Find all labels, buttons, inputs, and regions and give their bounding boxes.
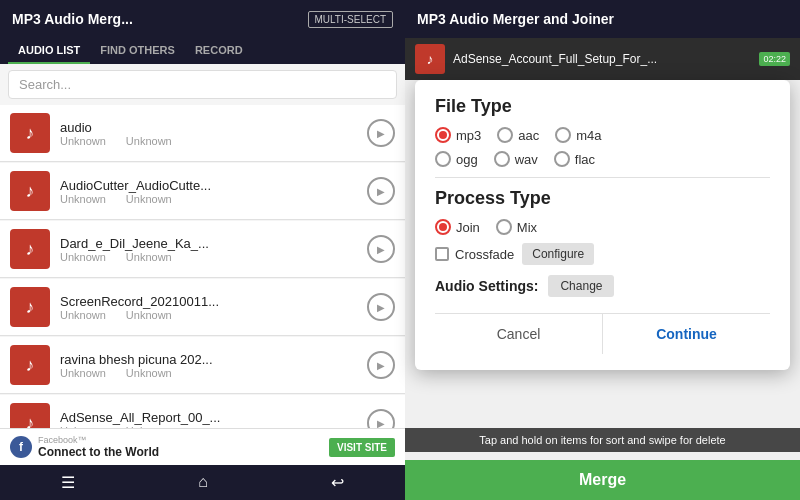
radio-label-wav: wav xyxy=(515,152,538,167)
audio-icon: ♪ xyxy=(10,287,50,327)
crossfade-checkbox[interactable]: Crossfade xyxy=(435,247,514,262)
radio-m4a[interactable]: m4a xyxy=(555,127,601,143)
radio-mp3[interactable]: mp3 xyxy=(435,127,481,143)
now-playing-icon: ♪ xyxy=(415,44,445,74)
radio-flac[interactable]: flac xyxy=(554,151,595,167)
file-type-dialog: File Type mp3 aac m4a ogg wav xyxy=(415,80,790,370)
file-type-title: File Type xyxy=(435,96,770,117)
continue-button[interactable]: Continue xyxy=(603,314,770,354)
file-type-options: mp3 aac m4a xyxy=(435,127,770,143)
crossfade-label: Crossfade xyxy=(455,247,514,262)
bottom-hint: Tap and hold on items for sort and swipe… xyxy=(405,428,800,452)
back-icon[interactable]: ↩ xyxy=(331,473,344,492)
audio-icon: ♪ xyxy=(10,229,50,269)
audio-name: AudioCutter_AudioCutte... xyxy=(60,178,367,193)
play-button[interactable]: ▶ xyxy=(367,351,395,379)
left-nav-bar: ☰ ⌂ ↩ xyxy=(0,465,405,500)
audio-meta: Unknown Unknown xyxy=(60,251,367,263)
list-item[interactable]: ♪ audio Unknown Unknown ▶ xyxy=(0,105,405,162)
now-playing-title: AdSense_Account_Full_Setup_For_... xyxy=(453,52,751,66)
home-icon[interactable]: ⌂ xyxy=(198,473,208,492)
play-button[interactable]: ▶ xyxy=(367,177,395,205)
configure-button[interactable]: Configure xyxy=(522,243,594,265)
tab-audio-list[interactable]: AUDIO LIST xyxy=(8,38,90,64)
radio-circle-aac xyxy=(497,127,513,143)
search-input[interactable]: Search... xyxy=(8,70,397,99)
time-badge: 02:22 xyxy=(759,52,790,66)
play-button[interactable]: ▶ xyxy=(367,235,395,263)
menu-icon[interactable]: ☰ xyxy=(61,473,75,492)
radio-label-join: Join xyxy=(456,220,480,235)
radio-aac[interactable]: aac xyxy=(497,127,539,143)
right-panel: MP3 Audio Merger and Joiner ♪ AdSense_Ac… xyxy=(405,0,800,500)
music-note-icon: ♪ xyxy=(26,355,35,376)
list-item[interactable]: ♪ AdSense_All_Report_00_... Unknown Unkn… xyxy=(0,395,405,428)
tab-record[interactable]: RECORD xyxy=(185,38,253,64)
audio-info: AudioCutter_AudioCutte... Unknown Unknow… xyxy=(60,178,367,205)
merge-button[interactable]: Merge xyxy=(405,460,800,500)
play-button[interactable]: ▶ xyxy=(367,409,395,428)
radio-circle-m4a xyxy=(555,127,571,143)
radio-label-ogg: ogg xyxy=(456,152,478,167)
music-note-icon: ♪ xyxy=(26,297,35,318)
audio-name: ravina bhesh picuna 202... xyxy=(60,352,367,367)
dialog-actions: Cancel Continue xyxy=(435,313,770,354)
tab-find-others[interactable]: FIND OTHERS xyxy=(90,38,185,64)
list-item[interactable]: ♪ ScreenRecord_20210011... Unknown Unkno… xyxy=(0,279,405,336)
audio-meta: Unknown Unknown xyxy=(60,193,367,205)
radio-circle-mp3 xyxy=(435,127,451,143)
audio-info: audio Unknown Unknown xyxy=(60,120,367,147)
audio-meta: Unknown Unknown xyxy=(60,367,367,379)
audio-name: audio xyxy=(60,120,367,135)
divider xyxy=(435,177,770,178)
audio-list: ♪ audio Unknown Unknown ▶ ♪ AudioCutter_… xyxy=(0,105,405,428)
radio-label-mix: Mix xyxy=(517,220,537,235)
ad-banner: f Facebook™ Connect to the World VISIT S… xyxy=(0,428,405,465)
right-header: MP3 Audio Merger and Joiner xyxy=(405,0,800,38)
radio-mix[interactable]: Mix xyxy=(496,219,537,235)
audio-meta: Unknown Unknown xyxy=(60,135,367,147)
ad-source: Facebook™ xyxy=(38,435,159,445)
audio-settings-row: Audio Settings: Change xyxy=(435,275,770,297)
list-item[interactable]: ♪ Dard_e_Dil_Jeene_Ka_... Unknown Unknow… xyxy=(0,221,405,278)
radio-circle-mix xyxy=(496,219,512,235)
audio-name: ScreenRecord_20210011... xyxy=(60,294,367,309)
radio-circle-join xyxy=(435,219,451,235)
left-header: MP3 Audio Merg... MULTI-SELECT xyxy=(0,0,405,38)
multi-select-badge[interactable]: MULTI-SELECT xyxy=(308,11,394,28)
audio-info: Dard_e_Dil_Jeene_Ka_... Unknown Unknown xyxy=(60,236,367,263)
music-note-icon: ♪ xyxy=(26,181,35,202)
audio-icon: ♪ xyxy=(10,171,50,211)
cancel-button[interactable]: Cancel xyxy=(435,314,602,354)
music-note-icon: ♪ xyxy=(26,239,35,260)
audio-icon: ♪ xyxy=(10,113,50,153)
left-panel: MP3 Audio Merg... MULTI-SELECT AUDIO LIS… xyxy=(0,0,405,500)
process-type-title: Process Type xyxy=(435,188,770,209)
list-item[interactable]: ♪ AudioCutter_AudioCutte... Unknown Unkn… xyxy=(0,163,405,220)
audio-meta: Unknown Unknown xyxy=(60,309,367,321)
process-type-options: Join Mix xyxy=(435,219,770,235)
list-item[interactable]: ♪ ravina bhesh picuna 202... Unknown Unk… xyxy=(0,337,405,394)
radio-ogg[interactable]: ogg xyxy=(435,151,478,167)
radio-wav[interactable]: wav xyxy=(494,151,538,167)
change-button[interactable]: Change xyxy=(548,275,614,297)
play-button[interactable]: ▶ xyxy=(367,293,395,321)
audio-info: ScreenRecord_20210011... Unknown Unknown xyxy=(60,294,367,321)
music-note-icon: ♪ xyxy=(26,413,35,429)
radio-join[interactable]: Join xyxy=(435,219,480,235)
audio-name: AdSense_All_Report_00_... xyxy=(60,410,367,425)
audio-settings-label: Audio Settings: xyxy=(435,278,538,294)
ad-cta-text: Connect to the World xyxy=(38,445,159,459)
play-button[interactable]: ▶ xyxy=(367,119,395,147)
radio-label-flac: flac xyxy=(575,152,595,167)
visit-site-button[interactable]: VISIT SITE xyxy=(329,438,395,457)
radio-label-aac: aac xyxy=(518,128,539,143)
app-title-right: MP3 Audio Merger and Joiner xyxy=(417,11,614,27)
radio-circle-wav xyxy=(494,151,510,167)
audio-icon: ♪ xyxy=(10,345,50,385)
radio-circle-ogg xyxy=(435,151,451,167)
file-type-options-row2: ogg wav flac xyxy=(435,151,770,167)
audio-info: ravina bhesh picuna 202... Unknown Unkno… xyxy=(60,352,367,379)
tab-bar: AUDIO LIST FIND OTHERS RECORD xyxy=(0,38,405,64)
radio-circle-flac xyxy=(554,151,570,167)
